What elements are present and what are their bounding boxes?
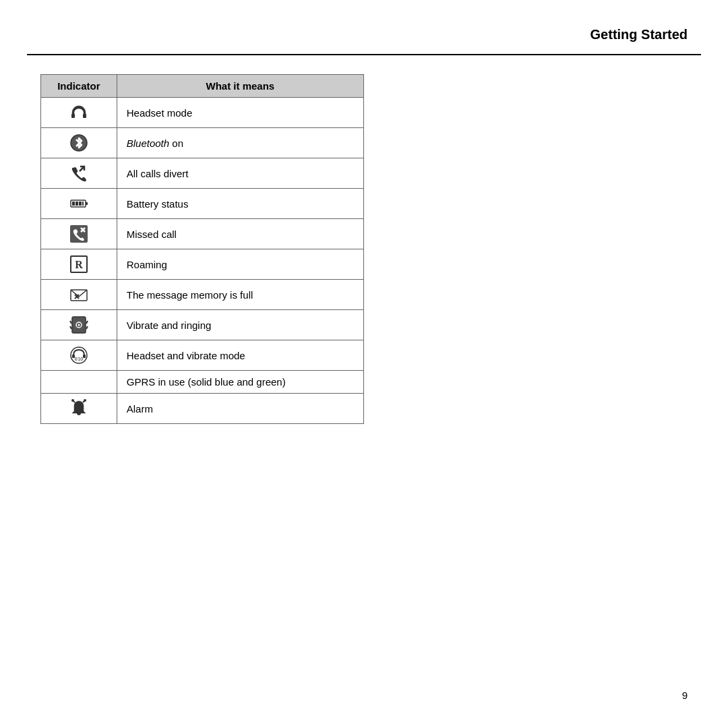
header-divider	[27, 54, 701, 55]
bluetooth-text-on: on	[169, 138, 183, 149]
roaming-meaning: Roaming	[117, 249, 363, 280]
bluetooth-meaning: Bluetooth on	[117, 128, 363, 158]
headset-meaning: Headset mode	[117, 98, 363, 128]
vibrate-ring-meaning: Vibrate and ringing	[117, 310, 363, 340]
missed-call-meaning: Missed call	[117, 219, 363, 249]
table-row: The message memory is full	[41, 280, 364, 310]
svg-point-23	[78, 324, 80, 326]
svg-rect-5	[72, 202, 75, 206]
divert-icon	[41, 158, 117, 189]
missed-call-icon	[41, 219, 117, 249]
svg-rect-8	[82, 202, 84, 206]
main-content: Indicator What it means Headset mode	[40, 74, 688, 424]
svg-line-19	[70, 326, 71, 329]
table-row: Alarm	[41, 394, 364, 424]
svg-line-20	[86, 321, 88, 324]
svg-rect-4	[86, 202, 88, 205]
alarm-meaning: Alarm	[117, 394, 363, 424]
svg-point-30	[71, 399, 74, 402]
roaming-icon: R	[41, 249, 117, 280]
gprs-meaning: GPRS in use (solid blue and green)	[117, 371, 363, 394]
svg-rect-6	[75, 202, 78, 206]
vibrate-ring-icon	[41, 310, 117, 340]
headset-icon	[41, 98, 117, 128]
divert-meaning: All calls divert	[117, 158, 363, 189]
svg-rect-9	[70, 225, 88, 243]
table-row: Battery status	[41, 189, 364, 219]
svg-line-18	[70, 321, 71, 324]
bluetooth-text-italic: Bluetooth	[127, 138, 169, 149]
table-row: GPRS in use (solid blue and green)	[41, 371, 364, 394]
col-meaning-header: What it means	[117, 75, 363, 98]
headset-vibrate-icon: 010	[41, 340, 117, 371]
svg-line-21	[86, 326, 88, 329]
svg-text:R: R	[75, 259, 83, 270]
svg-rect-7	[79, 202, 82, 206]
message-full-icon	[41, 280, 117, 310]
table-header-row: Indicator What it means	[41, 75, 364, 98]
headset-vibrate-meaning: Headset and vibrate mode	[117, 340, 363, 371]
table-row: 010 Headset and vibrate mode	[41, 340, 364, 371]
page-title: Getting Started	[590, 27, 688, 42]
col-indicator-header: Indicator	[41, 75, 117, 98]
indicators-table: Indicator What it means Headset mode	[40, 74, 364, 424]
svg-rect-26	[83, 355, 86, 358]
gprs-icon	[41, 371, 117, 394]
table-row: Bluetooth on	[41, 128, 364, 158]
battery-icon	[41, 189, 117, 219]
table-row: Vibrate and ringing	[41, 310, 364, 340]
table-row: R Roaming	[41, 249, 364, 280]
table-row: Missed call	[41, 219, 364, 249]
svg-text:010: 010	[75, 357, 84, 362]
bluetooth-icon	[41, 128, 117, 158]
battery-meaning: Battery status	[117, 189, 363, 219]
svg-rect-1	[83, 114, 86, 118]
table-row: Headset mode	[41, 98, 364, 128]
svg-rect-0	[71, 114, 75, 118]
alarm-icon	[41, 394, 117, 424]
message-full-meaning: The message memory is full	[117, 280, 363, 310]
table-row: All calls divert	[41, 158, 364, 189]
svg-point-31	[84, 399, 86, 402]
page-number: 9	[682, 690, 688, 701]
